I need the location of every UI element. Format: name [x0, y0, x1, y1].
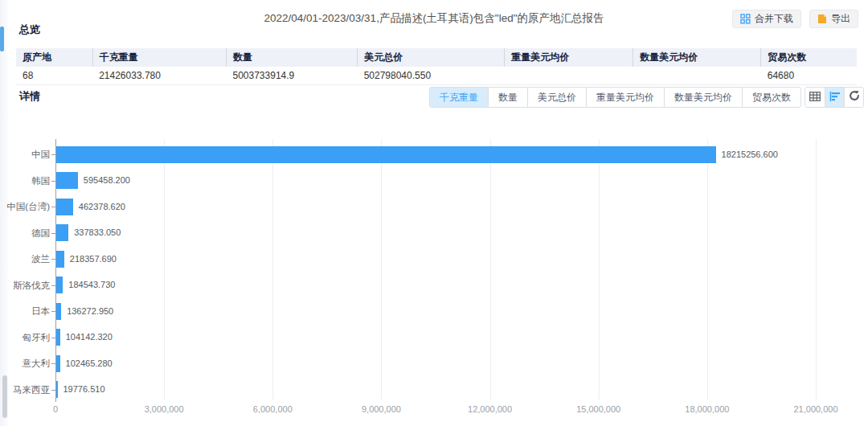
merge-grid-icon [740, 14, 751, 24]
refresh-button[interactable] [844, 88, 863, 107]
column-header: 贸易次数 [761, 48, 857, 67]
category-axis-tick [51, 233, 55, 234]
bar[interactable] [56, 224, 68, 241]
x-axis-tick-label: 21,000,000 [793, 404, 837, 414]
gridline [272, 139, 273, 399]
category-axis-tick [51, 181, 55, 182]
table-cell: 64680 [761, 67, 857, 84]
gridline [490, 139, 491, 399]
table-view-icon [809, 90, 821, 104]
column-header: 数量美元均价 [633, 48, 761, 67]
bar-value-label: 102465.280 [66, 358, 113, 368]
table-view-button[interactable] [805, 88, 825, 107]
column-header: 美元总价 [358, 48, 505, 67]
bar-chart-view-button[interactable] [825, 88, 844, 107]
table-cell: 21426033.780 [92, 67, 226, 84]
report-page: 2022/04/01-2023/03/31,产品描述(土耳其语)包含"led"的… [0, 0, 868, 426]
refresh-icon [849, 90, 860, 104]
overview-table-head: 原产地千克重量数量美元总价重量美元均价数量美元均价贸易次数 [16, 48, 857, 67]
metric-tabs: 千克重量数量美元总价重量美元均价数量美元均价贸易次数 [429, 87, 801, 108]
bar-value-label: 595458.200 [84, 175, 130, 185]
category-axis-tick [51, 311, 55, 312]
overview-table-body: 6821426033.7805003733914.9502798040.5506… [16, 67, 857, 84]
x-axis-tick-label: 9,000,000 [362, 404, 401, 414]
column-header: 数量 [226, 48, 357, 67]
merge-download-label: 合并下载 [755, 12, 793, 26]
left-scrollbar-thumb[interactable] [2, 375, 7, 418]
bar-value-label: 19776.510 [63, 384, 105, 394]
category-label: 波兰 [0, 253, 50, 265]
left-scrollbar-active-indicator[interactable] [0, 27, 4, 51]
bar-chart-view-icon [829, 90, 841, 104]
category-label: 中国(台湾) [0, 201, 50, 213]
category-axis-tick [51, 154, 55, 155]
category-label: 中国 [0, 149, 50, 161]
merge-download-button[interactable]: 合并下载 [732, 10, 801, 28]
column-header: 原产地 [16, 48, 92, 67]
bar-value-label: 18215256.600 [722, 150, 778, 159]
category-label: 匈牙利 [0, 332, 50, 344]
metric-tab[interactable]: 美元总价 [527, 88, 586, 107]
table-cell: 68 [16, 67, 92, 84]
overview-section-label: 总览 [19, 23, 40, 37]
bar-value-label: 337833.050 [74, 227, 121, 237]
category-label: 德国 [0, 227, 50, 240]
x-axis-tick-label: 0 [53, 404, 58, 414]
table-cell: 5003733914.9 [226, 67, 357, 84]
category-axis-tick [51, 338, 55, 338]
details-section-label: 详情 [19, 89, 40, 104]
category-label: 马来西亚 [0, 384, 50, 396]
view-switch [805, 87, 864, 108]
gridline [816, 139, 817, 399]
bar[interactable] [56, 355, 60, 372]
category-label: 斯洛伐克 [0, 280, 50, 292]
category-axis-tick [51, 363, 55, 364]
export-file-icon [817, 14, 827, 24]
gridline [164, 139, 165, 399]
table-row: 6821426033.7805003733914.9502798040.5506… [16, 67, 857, 84]
metric-tab[interactable]: 贸易次数 [742, 88, 800, 107]
overview-table: 原产地千克重量数量美元总价重量美元均价数量美元均价贸易次数 6821426033… [16, 48, 857, 85]
table-cell [633, 67, 761, 84]
bar[interactable] [56, 199, 73, 215]
x-axis-tick-label: 6,000,000 [253, 404, 293, 414]
category-axis-tick [51, 390, 55, 391]
bar[interactable] [56, 381, 58, 398]
gridline [599, 139, 600, 399]
export-button[interactable]: 导出 [809, 10, 858, 28]
table-cell [505, 67, 633, 84]
export-label: 导出 [831, 12, 850, 26]
bar-value-label: 104142.320 [66, 332, 113, 342]
gridline [381, 139, 382, 399]
category-label: 韩国 [0, 175, 50, 187]
category-label: 日本 [0, 305, 50, 317]
metric-tab[interactable]: 千克重量 [430, 88, 488, 107]
metric-tab[interactable]: 数量美元均价 [664, 88, 742, 107]
bar[interactable] [56, 251, 64, 268]
x-axis-tick-label: 12,000,000 [468, 404, 512, 414]
column-header: 重量美元均价 [505, 48, 633, 67]
bar[interactable] [56, 276, 63, 293]
bar-value-label: 462378.620 [79, 202, 125, 211]
metric-tab[interactable]: 数量 [488, 88, 527, 107]
bar-value-label: 184543.730 [68, 280, 115, 289]
bar-value-label: 136272.950 [67, 306, 113, 316]
bar[interactable] [56, 303, 61, 320]
category-axis-tick [51, 259, 55, 260]
gridline [707, 139, 708, 399]
x-axis-tick-label: 15,000,000 [576, 404, 620, 414]
category-label: 意大利 [0, 358, 50, 370]
category-axis-tick [51, 207, 55, 207]
bar-value-label: 218357.690 [70, 254, 117, 264]
column-header: 千克重量 [92, 48, 226, 67]
metric-tab[interactable]: 重量美元均价 [586, 88, 664, 107]
table-cell: 502798040.550 [358, 67, 505, 84]
header-actions: 合并下载 导出 [732, 10, 858, 28]
bar[interactable] [56, 172, 78, 189]
x-axis-tick-label: 3,000,000 [145, 404, 184, 414]
bar[interactable] [56, 329, 60, 346]
category-axis-tick [51, 285, 55, 286]
bar[interactable] [56, 146, 716, 163]
x-axis-tick-label: 18,000,000 [685, 404, 729, 414]
